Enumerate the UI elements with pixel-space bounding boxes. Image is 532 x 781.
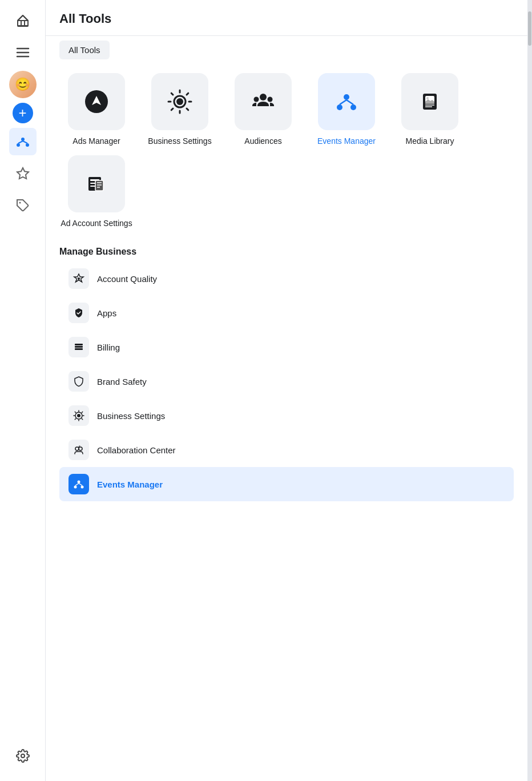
svg-point-16 <box>268 97 273 102</box>
svg-point-43 <box>78 481 80 484</box>
svg-line-21 <box>346 100 353 104</box>
svg-point-35 <box>78 277 80 280</box>
svg-point-10 <box>21 754 25 758</box>
svg-rect-38 <box>75 348 83 350</box>
svg-point-18 <box>337 104 342 110</box>
tool-card-ads-manager[interactable]: Ads Manager <box>59 73 134 146</box>
svg-rect-36 <box>75 344 83 345</box>
menu-item-collaboration-center-label: Collaboration Center <box>97 445 176 455</box>
sidebar-narrow: 😊 + <box>0 0 46 781</box>
menu-item-events-manager-label: Events Manager <box>97 480 163 489</box>
tab-all-tools[interactable]: All Tools <box>59 41 110 59</box>
svg-point-4 <box>21 138 25 141</box>
tool-card-media-library-label: Media Library <box>406 136 454 146</box>
tool-card-ad-account-settings[interactable]: Ad Account Settings <box>59 155 134 228</box>
svg-line-47 <box>79 484 82 486</box>
menu-item-events-manager[interactable]: Events Manager <box>59 467 514 501</box>
business-settings-icon <box>151 73 208 130</box>
menu-item-business-settings[interactable]: Business Settings <box>59 398 514 433</box>
svg-rect-0 <box>18 21 28 26</box>
header: All Tools <box>46 0 527 36</box>
page-title: All Tools <box>59 11 514 26</box>
svg-rect-37 <box>75 346 83 348</box>
tool-card-business-settings[interactable]: Business Settings <box>143 73 217 146</box>
audiences-icon <box>235 73 292 130</box>
sidebar-item-home[interactable] <box>9 7 37 34</box>
menu-item-billing-label: Billing <box>97 343 120 352</box>
menu-item-account-quality[interactable]: Account Quality <box>59 261 514 296</box>
menu-item-apps-label: Apps <box>97 308 116 318</box>
menu-item-apps[interactable]: Apps <box>59 296 514 330</box>
tools-section: Ads Manager Business Settings <box>46 59 527 233</box>
svg-line-46 <box>75 484 79 486</box>
ads-manager-icon <box>68 73 125 130</box>
ad-account-settings-icon <box>68 155 125 212</box>
svg-point-39 <box>77 414 80 417</box>
svg-point-45 <box>81 486 84 489</box>
tools-grid: Ads Manager Business Settings <box>59 73 514 228</box>
sidebar-item-events-manager[interactable] <box>9 128 37 155</box>
sidebar-item-star[interactable] <box>9 160 37 187</box>
tool-card-media-library[interactable]: Media Library <box>393 73 467 146</box>
scrollbar[interactable] <box>527 0 532 781</box>
account-quality-icon <box>68 268 89 289</box>
svg-point-15 <box>254 97 259 102</box>
apps-icon <box>68 303 89 323</box>
menu-item-brand-safety-label: Brand Safety <box>97 377 147 387</box>
events-manager-icon <box>318 73 375 130</box>
sidebar-item-labels[interactable] <box>9 192 37 219</box>
tool-card-ads-manager-label: Ads Manager <box>72 136 120 146</box>
menu-item-brand-safety[interactable]: Brand Safety <box>59 364 514 398</box>
tool-card-ad-account-settings-label: Ad Account Settings <box>61 218 132 228</box>
svg-point-44 <box>74 486 77 489</box>
menu-item-billing[interactable]: Billing <box>59 330 514 364</box>
manage-business-title: Manage Business <box>59 247 514 257</box>
menu-item-account-quality-label: Account Quality <box>97 274 157 284</box>
menu-item-business-settings-label: Business Settings <box>97 411 165 421</box>
svg-point-5 <box>17 143 20 147</box>
manage-business-section: Manage Business Account Quality Apps <box>46 233 527 501</box>
svg-point-17 <box>344 94 349 100</box>
svg-point-12 <box>176 98 183 105</box>
svg-point-24 <box>426 97 429 99</box>
media-library-icon <box>401 73 458 130</box>
svg-point-6 <box>26 143 29 147</box>
svg-point-42 <box>79 447 82 450</box>
tool-card-events-manager[interactable]: Events Manager <box>309 73 384 146</box>
svg-line-8 <box>23 141 27 143</box>
svg-line-7 <box>18 141 23 143</box>
sidebar-item-menu[interactable] <box>9 39 37 66</box>
billing-icon <box>68 337 89 357</box>
collaboration-center-icon <box>68 440 89 460</box>
business-settings-list-icon <box>68 405 89 426</box>
main-panel: All Tools All Tools Ads Manager <box>46 0 527 781</box>
svg-point-41 <box>75 447 79 450</box>
events-manager-list-icon <box>68 474 89 494</box>
svg-point-14 <box>260 94 267 100</box>
svg-point-19 <box>350 104 356 110</box>
avatar[interactable]: 😊 <box>9 71 37 98</box>
add-button[interactable]: + <box>13 103 33 123</box>
brand-safety-icon <box>68 371 89 392</box>
tool-card-audiences[interactable]: Audiences <box>226 73 300 146</box>
tool-card-audiences-label: Audiences <box>244 136 281 146</box>
sidebar-settings-icon[interactable] <box>9 742 37 770</box>
svg-rect-31 <box>95 180 103 191</box>
tab-bar: All Tools <box>46 36 527 59</box>
svg-line-20 <box>340 100 346 104</box>
scrollbar-thumb[interactable] <box>528 11 531 46</box>
menu-item-collaboration-center[interactable]: Collaboration Center <box>59 433 514 467</box>
tool-card-events-manager-label: Events Manager <box>317 136 376 146</box>
tool-card-business-settings-label: Business Settings <box>148 136 211 146</box>
